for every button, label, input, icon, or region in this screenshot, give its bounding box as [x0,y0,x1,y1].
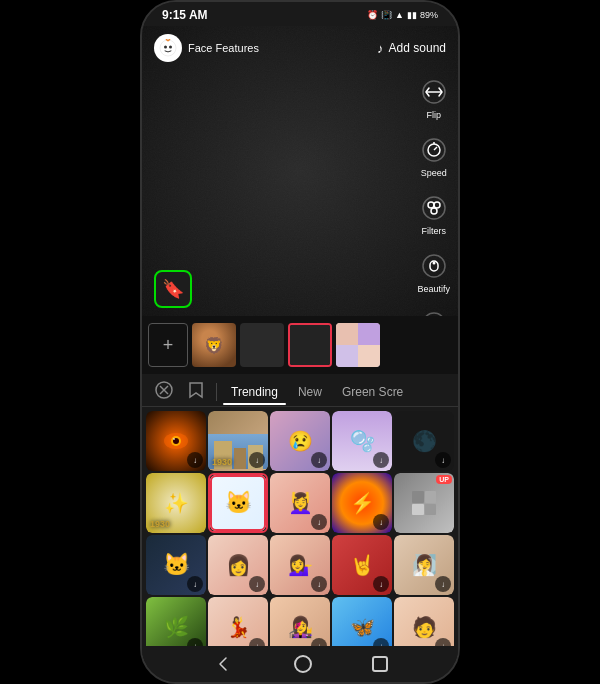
flip-tool[interactable]: Flip [418,76,450,120]
flip-label: Flip [426,110,441,120]
effect-purple[interactable]: 🫧 ↓ [332,411,392,471]
download-icon-13: ↓ [311,576,327,592]
download-icon-3: ↓ [311,452,327,468]
face-features-label: Face Features [188,42,259,54]
svg-point-14 [431,208,437,214]
svg-point-15 [423,255,445,277]
svg-point-18 [423,313,445,316]
timer-icon: 3 [418,308,450,316]
speed-tool[interactable]: Speed [418,134,450,178]
vibrate-icon: 📳 [381,10,392,20]
beautify-tool[interactable]: Beautify [417,250,450,294]
tab-divider [216,383,217,401]
effect-dark1[interactable]: 🌑 ↓ [394,411,454,471]
face-features[interactable]: Face Features [154,34,259,62]
effect-girl2[interactable]: 💁‍♀️ ↓ [270,535,330,595]
tab-new[interactable]: New [290,379,330,405]
download-icon-5: ↓ [435,452,451,468]
effect-catface[interactable]: 🐱 ↓ [146,535,206,595]
timer-tool[interactable]: 3 Timer [418,308,450,316]
thumbnail-3[interactable] [288,323,332,367]
tab-greenscreen[interactable]: Green Scre... [334,379,404,405]
filters-label: Filters [421,226,446,236]
effects-panel: Trending New Green Scre... [142,374,458,661]
cancel-tab-icon[interactable] [150,378,178,406]
download-icon-8: ↓ [373,514,389,530]
back-button[interactable] [212,653,234,675]
download-icon-2: ↓ [249,452,265,468]
filters-icon [418,192,450,224]
beautify-label: Beautify [417,284,450,294]
battery-icon: 89% [420,10,438,20]
year-badge-2: 1930 [150,519,170,529]
effect-multi[interactable]: UP [394,473,454,533]
bookmark-button[interactable]: 🔖 [154,270,192,308]
add-sound-button[interactable]: ♪ Add sound [377,41,446,56]
download-icon-14: ↓ [373,576,389,592]
download-icon-7: ↓ [311,514,327,530]
phone-frame: 9:15 AM ⏰ 📳 ▲ ▮▮ 89% [140,0,460,684]
effect-chandelier[interactable]: ✨ 1930 [146,473,206,533]
bookmark-icon: 🔖 [162,278,184,300]
effect-face4[interactable]: 🧖‍♀️ ↓ [394,535,454,595]
music-icon: ♪ [377,41,384,56]
thumbnail-4[interactable] [336,323,380,367]
recents-button[interactable] [372,656,388,672]
alarm-icon: ⏰ [367,10,378,20]
status-icons: ⏰ 📳 ▲ ▮▮ 89% [367,10,438,20]
effect-fire[interactable]: ⚡ ↓ [332,473,392,533]
add-clip-button[interactable]: + [148,323,188,367]
face-features-icon [154,34,182,62]
status-bar: 9:15 AM ⏰ 📳 ▲ ▮▮ 89% [142,2,458,26]
download-icon-15: ↓ [435,576,451,592]
status-time: 9:15 AM [162,8,208,22]
speed-icon [418,134,450,166]
thumbnail-1[interactable]: 🦁 [192,323,236,367]
selected-border [210,475,266,531]
effect-face3[interactable]: 👩 ↓ [208,535,268,595]
right-tools: Flip Speed [417,76,450,316]
speed-label: Speed [421,168,447,178]
camera-area: Face Features ♪ Add sound Flip [142,26,458,316]
effect-rock[interactable]: 🤘 ↓ [332,535,392,595]
beautify-icon [418,250,450,282]
nav-bar [142,646,458,682]
home-button[interactable] [294,655,312,673]
svg-point-1 [164,46,167,49]
plus-icon: + [163,335,174,356]
svg-line-10 [434,147,437,150]
svg-point-12 [428,202,434,208]
bookmark-tab-icon[interactable] [182,378,210,406]
flip-icon [418,76,450,108]
filters-tool[interactable]: Filters [418,192,450,236]
add-sound-label: Add sound [389,41,446,55]
download-icon-12: ↓ [249,576,265,592]
effect-eye[interactable]: ↓ [146,411,206,471]
download-icon-4: ↓ [373,452,389,468]
svg-point-0 [160,40,176,56]
wifi-icon: ▲ [395,10,404,20]
download-icon-1: ↓ [187,452,203,468]
effect-cat-tiktok[interactable]: 🐱 [208,473,268,533]
year-badge: 1930 [212,457,232,467]
effects-grid: ↓ 1930 ↓ 😢 ↓ [142,407,458,661]
effects-tabs: Trending New Green Scre... [142,374,458,407]
effect-building[interactable]: 1930 ↓ [208,411,268,471]
svg-point-28 [173,438,175,440]
thumbnail-strip: + 🦁 [142,316,458,374]
effect-face1[interactable]: 😢 ↓ [270,411,330,471]
top-bar: Face Features ♪ Add sound [142,34,458,62]
download-icon-11: ↓ [187,576,203,592]
svg-point-13 [434,202,440,208]
thumbnail-2[interactable] [240,323,284,367]
svg-point-17 [432,262,435,265]
svg-point-2 [169,46,172,49]
effect-girl1[interactable]: 💆‍♀️ ↓ [270,473,330,533]
signal-icon: ▮▮ [407,10,417,20]
tab-trending[interactable]: Trending [223,379,286,405]
